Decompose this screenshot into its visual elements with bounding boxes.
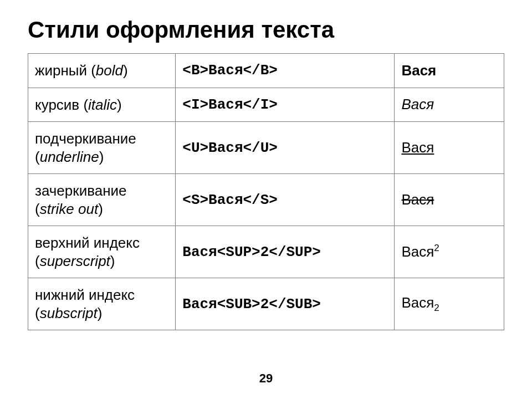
style-name-cell: курсив (italic) <box>28 88 176 122</box>
style-result-cell: Вася <box>395 122 504 174</box>
page-number: 29 <box>0 371 532 386</box>
table-row: нижний индекс (subscript) Вася<SUB>2</SU… <box>28 278 504 330</box>
style-name-en: underline <box>40 149 99 165</box>
result-suffix: 2 <box>434 303 439 313</box>
style-name-ru: жирный <box>35 62 87 79</box>
style-name-cell: зачеркивание (strike out) <box>28 174 176 226</box>
style-code-cell: Вася<SUP>2</SUP> <box>176 226 395 278</box>
result-base: Вася <box>401 96 434 112</box>
style-result-cell: Вася2 <box>395 226 504 278</box>
style-name-ru: подчеркивание <box>35 130 136 147</box>
result-base: Вася <box>401 62 436 79</box>
style-result-cell: Вася <box>395 88 504 122</box>
style-name-ru: зачеркивание <box>35 182 127 199</box>
style-name-en: italic <box>88 96 117 113</box>
table-row: верхний индекс (superscript) Вася<SUP>2<… <box>28 226 504 278</box>
style-name-cell: верхний индекс (superscript) <box>28 226 176 278</box>
slide-title: Стили оформления текста <box>28 17 504 43</box>
style-code-cell: <U>Вася</U> <box>176 122 395 174</box>
style-name-cell: жирный (bold) <box>28 54 176 88</box>
style-name-en: strike out <box>40 201 99 217</box>
style-result-cell: Вася2 <box>395 278 504 330</box>
table-row: подчеркивание (underline) <U>Вася</U> Ва… <box>28 122 504 174</box>
style-result: Вася2 <box>401 294 439 311</box>
style-code-cell: <S>Вася</S> <box>176 174 395 226</box>
result-base: Вася <box>401 191 434 208</box>
table-row: жирный (bold) <B>Вася</B> Вася <box>28 54 504 88</box>
style-result-cell: Вася <box>395 174 504 226</box>
style-name-ru: нижний индекс <box>35 287 135 303</box>
result-base: Вася <box>401 294 434 311</box>
style-name-en: superscript <box>40 253 110 269</box>
style-name-cell: подчеркивание (underline) <box>28 122 176 174</box>
style-name-ru: верхний индекс <box>35 234 140 251</box>
styles-table: жирный (bold) <B>Вася</B> Вася курсив (i… <box>28 53 504 330</box>
style-name-cell: нижний индекс (subscript) <box>28 278 176 330</box>
style-result: Вася2 <box>401 243 439 260</box>
style-code-cell: Вася<SUB>2</SUB> <box>176 278 395 330</box>
style-result: Вася <box>401 62 436 79</box>
style-result: Вася <box>401 96 434 112</box>
table-row: зачеркивание (strike out) <S>Вася</S> Ва… <box>28 174 504 226</box>
result-base: Вася <box>401 139 434 156</box>
table-row: курсив (italic) <I>Вася</I> Вася <box>28 88 504 122</box>
style-name-en: bold <box>96 62 123 79</box>
style-result: Вася <box>401 139 434 156</box>
style-code-cell: <I>Вася</I> <box>176 88 395 122</box>
style-result-cell: Вася <box>395 54 504 88</box>
style-code-cell: <B>Вася</B> <box>176 54 395 88</box>
style-name-en: subscript <box>40 305 98 321</box>
style-result: Вася <box>401 191 434 208</box>
result-suffix: 2 <box>434 243 439 254</box>
style-name-ru: курсив <box>35 96 79 113</box>
slide: Стили оформления текста жирный (bold) <B… <box>0 0 532 399</box>
result-base: Вася <box>401 243 434 260</box>
